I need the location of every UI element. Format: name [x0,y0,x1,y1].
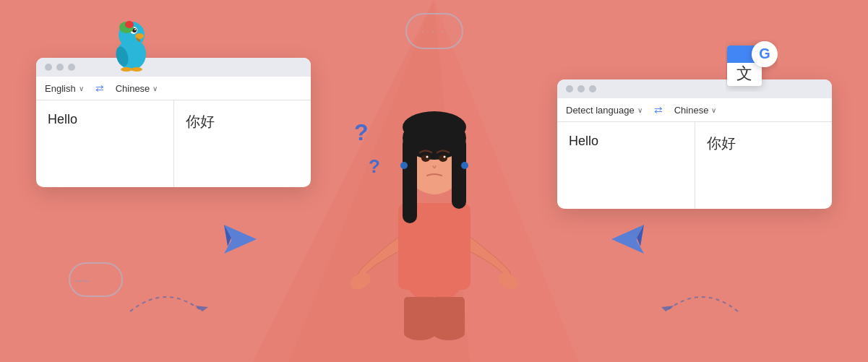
svg-point-16 [125,21,134,28]
svg-marker-2 [195,306,208,311]
left-target-chevron: ∨ [152,85,158,92]
right-source-text: Hello [569,134,598,148]
left-titlebar [36,58,311,77]
svg-point-20 [131,67,142,72]
left-source-panel[interactable]: Hello [36,100,174,187]
right-titlebar [557,79,832,98]
svg-text:G: G [759,46,770,61]
right-source-panel[interactable]: Hello [557,122,695,209]
right-target-panel: 你好 [695,122,833,209]
svg-marker-5 [224,225,231,246]
svg-rect-34 [403,137,417,223]
svg-text:文: 文 [736,64,752,82]
left-target-lang-btn[interactable]: Chinese ∨ [116,83,158,94]
right-titlebar-dot-1 [566,85,573,92]
svg-point-41 [400,162,408,169]
right-lang-header: Detect language ∨ ⇄ Chinese ∨ [557,98,832,122]
right-source-lang-btn[interactable]: Detect language ∨ [566,105,643,116]
right-source-lang-label: Detect language [566,105,635,116]
person-illustration [348,59,521,362]
right-translator-window: Detect language ∨ ⇄ Chinese ∨ Hello 你好 [557,79,832,209]
svg-point-36 [403,111,466,143]
speech-bubble-dots: · · · [421,25,446,37]
right-translation-panels: Hello 你好 [557,122,832,209]
svg-point-37 [421,155,430,162]
svg-marker-3 [661,306,674,311]
svg-rect-46 [433,297,465,337]
svg-point-14 [134,29,136,30]
left-target-lang-label: Chinese [116,83,150,94]
right-target-lang-label: Chinese [674,105,709,116]
svg-rect-35 [452,137,466,209]
parrot-icon [105,14,159,75]
right-source-chevron: ∨ [637,106,643,114]
right-titlebar-dot-2 [577,85,585,92]
svg-point-19 [121,67,132,72]
svg-marker-6 [611,225,644,254]
titlebar-dot-2 [56,64,64,71]
left-target-text: 你好 [186,113,215,129]
svg-marker-4 [224,225,257,254]
left-source-chevron: ∨ [79,85,84,92]
svg-rect-45 [404,297,436,337]
left-source-text: Hello [48,112,77,126]
titlebar-dot-1 [45,64,52,71]
left-source-lang-btn[interactable]: English ∨ [45,83,84,94]
left-lang-header: English ∨ ⇄ Chinese ∨ [36,77,311,100]
left-target-panel: 你好 [174,100,311,187]
svg-marker-7 [637,225,644,246]
left-source-lang-label: English [45,83,76,94]
titlebar-dot-3 [68,64,75,71]
svg-point-39 [426,156,428,158]
squiggle-decoration: 〜〜 [74,276,90,287]
right-swap-icon[interactable]: ⇄ [654,104,663,116]
right-target-lang-btn[interactable]: Chinese ∨ [674,105,717,116]
right-target-chevron: ∨ [711,106,716,114]
svg-point-38 [439,155,447,162]
svg-point-42 [461,162,468,169]
google-translate-icon: 文 G [726,40,778,95]
right-target-text: 你好 [707,135,736,151]
right-titlebar-dot-3 [589,85,596,92]
left-swap-icon[interactable]: ⇄ [95,82,104,94]
left-translation-panels: Hello 你好 [36,100,311,187]
svg-point-40 [443,156,445,158]
left-translator-window: English ∨ ⇄ Chinese ∨ Hello 你好 [36,58,311,187]
